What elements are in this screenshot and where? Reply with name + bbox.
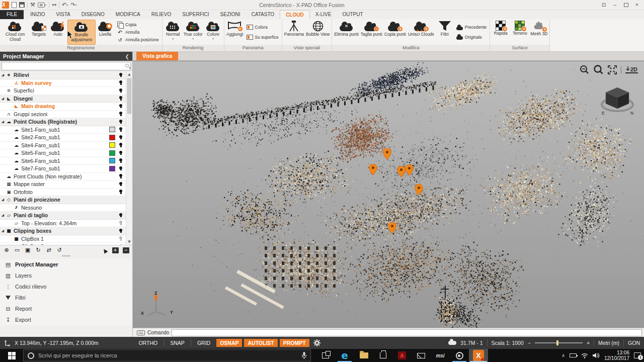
tree-item-piani-di-taglio[interactable]: ◢▱Piani di taglio	[0, 212, 126, 220]
tree-item-site2-faro-sub1[interactable]: ☁Site2-Faro_sub1	[0, 134, 126, 142]
graphics-viewport[interactable]: 2D E N	[133, 61, 644, 328]
tree-item-rilievi[interactable]: ◢∗Rilievi	[0, 71, 126, 79]
visibility-bulb-icon[interactable]	[119, 182, 122, 185]
ribbon-button-copia[interactable]: Copia	[117, 22, 159, 28]
taskbar-app-task-view[interactable]	[316, 349, 335, 362]
restore-icon[interactable]	[621, 1, 631, 9]
visibility-bulb-icon[interactable]	[119, 244, 122, 245]
taskbar-app-edge[interactable]: e	[335, 349, 354, 362]
visibility-bulb-icon[interactable]	[119, 135, 122, 138]
tree-expander-icon[interactable]: ◢	[0, 120, 6, 124]
settings-gear-icon[interactable]	[313, 339, 320, 346]
tree-expander-icon[interactable]: ◢	[0, 73, 6, 77]
visibility-bulb-icon[interactable]	[119, 112, 122, 115]
zoom-out-icon[interactable]	[580, 65, 590, 75]
tree-item-mappe-raster[interactable]: ▦Mappe raster	[0, 180, 126, 189]
visibility-bulb-icon[interactable]	[119, 166, 122, 169]
ribbon-button-colora[interactable]: Colora	[247, 25, 279, 30]
visibility-bulb-icon[interactable]	[119, 127, 122, 130]
visibility-bulb-icon[interactable]	[119, 229, 122, 232]
ribbon-button-annulla[interactable]: ↶Annulla	[117, 29, 159, 35]
swap-arrows-icon[interactable]: ⇄	[45, 247, 52, 254]
navigation-cube[interactable]: E N	[599, 83, 636, 120]
ribbon-button-originale[interactable]: Originale	[456, 34, 487, 40]
visibility-bulb-icon[interactable]	[119, 73, 122, 76]
tab-output[interactable]: OUTPUT	[337, 10, 368, 19]
tree-expander-icon[interactable]: ◢	[0, 198, 6, 202]
visibility-bulb-icon[interactable]	[119, 158, 122, 161]
units-selector[interactable]: Metri (m)	[598, 340, 619, 346]
select-rect-icon[interactable]: ▭	[14, 247, 21, 254]
ribbon-button-mesh-3d[interactable]: +Mesh 3D	[529, 20, 548, 45]
ribbon-button-precedente[interactable]: Precedente	[456, 25, 487, 30]
scan-position-pin-3[interactable]	[397, 166, 406, 178]
ribbon-button-normal[interactable]: Normal▾	[164, 20, 183, 45]
scale-minus[interactable]: −	[528, 340, 531, 346]
toggle-grid[interactable]: GRID	[195, 340, 212, 346]
panel-collapse-icon[interactable]: ❮	[125, 54, 129, 59]
tab-sezioni[interactable]: SEZIONI	[215, 10, 246, 19]
visibility-bulb-icon[interactable]	[119, 96, 122, 99]
visibility-bulb-icon[interactable]	[119, 174, 122, 177]
ribbon-button-rapida[interactable]: +Rapida	[491, 20, 510, 45]
tree-item-clipping-boxes[interactable]: ◢■Clipping boxes	[0, 227, 126, 235]
ribbon-button-bubble-view[interactable]: Bubble View	[305, 20, 331, 45]
tree-item-point-clouds-registrate-[interactable]: ◢☁Point Clouds (Registrate)	[0, 118, 126, 126]
ribbon-button-colore[interactable]: Colore▾	[204, 20, 223, 45]
point-cloud-canvas[interactable]	[133, 61, 644, 328]
visibility-bulb-icon[interactable]	[119, 88, 122, 92]
visibility-bulb-icon[interactable]	[119, 104, 122, 107]
tree-search-input[interactable]	[2, 62, 131, 70]
toggle-osnap[interactable]: OSNAP	[216, 339, 242, 347]
toggle-snap[interactable]: SNAP	[168, 340, 187, 346]
scan-position-pin-6[interactable]	[388, 222, 396, 235]
color-swatch[interactable]	[109, 142, 115, 148]
tree-item-site7-faro-sub1[interactable]: ☁Site7-Faro_sub1	[0, 165, 126, 173]
visibility-bulb-icon[interactable]	[119, 80, 122, 83]
start-button[interactable]	[0, 349, 23, 362]
ribbon-button-targets[interactable]: Targets	[29, 20, 48, 45]
panel-nav-project-manager[interactable]: ▤Project Manager	[0, 259, 132, 270]
visibility-bulb-icon[interactable]	[119, 190, 122, 193]
tree-item-site5-faro-sub1[interactable]: ☁Site5-Faro_sub1	[0, 149, 126, 157]
visibility-bulb-icon[interactable]	[119, 236, 122, 239]
ribbon-button-panorama[interactable]: Panorama	[283, 20, 305, 45]
taskbar-app-explorer[interactable]	[354, 349, 373, 362]
ribbon-button-su-superfice[interactable]: Su superfice	[247, 35, 279, 40]
visibility-bulb-icon[interactable]	[119, 213, 122, 216]
tree-item-point-clouds-non-registrate-[interactable]: ☁Point Clouds (Non registrate)	[0, 173, 126, 181]
scale-slider[interactable]	[535, 342, 583, 343]
angle-unit-selector[interactable]: GON	[628, 340, 640, 346]
refresh-icon[interactable]: ↺	[56, 247, 63, 254]
command-input[interactable]	[172, 329, 642, 336]
ribbon-button-annulla-posizione[interactable]: ↺Annulla posizione	[117, 37, 159, 43]
scan-position-pin-5[interactable]	[415, 184, 423, 197]
tree-item-top-elevation-4-364m[interactable]: ▱Top - Elevation: 4.364m	[0, 220, 126, 228]
visibility-bulb-icon[interactable]	[119, 120, 122, 123]
add-circle-icon[interactable]: ⊕	[3, 247, 10, 254]
visibility-bulb-icon[interactable]	[119, 221, 122, 224]
tree-item-gruppi-sezioni[interactable]: ∩Gruppi sezioni	[0, 111, 126, 119]
tree-item-clipbox-1[interactable]: ■ClipBox 1	[0, 235, 126, 243]
tree-scrollbar[interactable]: ▲ ▼	[126, 71, 132, 245]
toggle-prompt[interactable]: PROMPT	[280, 339, 309, 347]
tab-vista[interactable]: VISTA	[51, 10, 76, 19]
taskbar-app-obs[interactable]	[450, 349, 469, 362]
zoom-in-icon[interactable]	[594, 65, 604, 75]
tree-item-nessuno[interactable]: ✗Nessuno	[0, 204, 126, 212]
tree-item-clipbox-2[interactable]: ■ClipBox 2	[0, 243, 126, 245]
box-add-icon[interactable]: +	[112, 247, 119, 254]
tree-expander-icon[interactable]: ◢	[0, 229, 6, 233]
battery-icon[interactable]	[570, 353, 577, 357]
taskbar-app-mail[interactable]	[412, 349, 431, 362]
panel-nav-codici-rilievo[interactable]: ⋮Codici rilievo	[0, 281, 132, 292]
scan-position-pin-4[interactable]	[405, 164, 414, 177]
tree-expander-icon[interactable]: ◢	[0, 97, 6, 101]
scan-position-pin-1[interactable]	[383, 148, 391, 161]
tab-superfici[interactable]: SUPERFICI	[177, 10, 214, 19]
tab-cloud[interactable]: CLOUD	[280, 10, 310, 19]
scale-plus[interactable]: +	[587, 340, 590, 346]
toggle-autolist[interactable]: AUTOLIST	[244, 339, 277, 347]
close-icon[interactable]: ×	[632, 1, 642, 9]
panel-nav-report[interactable]: ⊟Report	[0, 303, 132, 314]
